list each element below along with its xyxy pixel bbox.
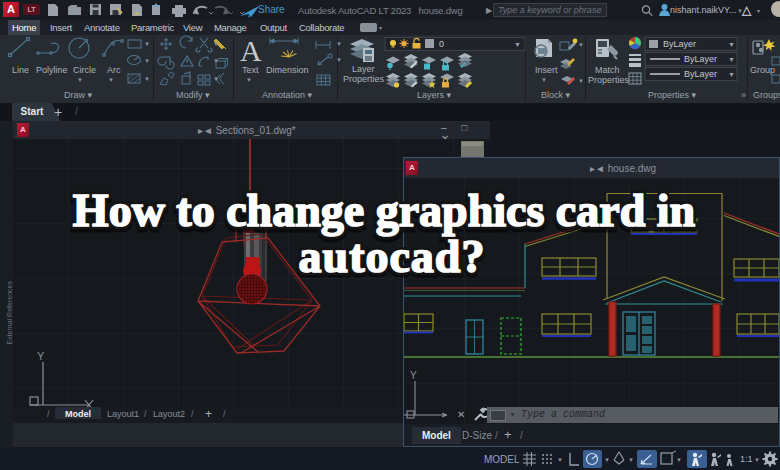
svg-text:▼: ▼ (728, 56, 735, 63)
svg-text:▼: ▼ (557, 457, 563, 463)
svg-text:▼: ▼ (213, 41, 219, 47)
svg-text:Text: Text (242, 65, 259, 75)
svg-text:MODEL: MODEL (484, 454, 520, 465)
svg-text:▼: ▼ (541, 77, 547, 83)
svg-text:Modify ▾: Modify ▾ (176, 90, 210, 100)
svg-text:autocad?: autocad? (299, 231, 486, 282)
svg-text:Arc: Arc (107, 65, 121, 75)
svg-text:▼: ▼ (213, 76, 219, 82)
svg-text:▼: ▼ (144, 41, 150, 47)
svg-text:Properties: Properties (343, 74, 385, 84)
svg-text:0: 0 (439, 39, 444, 49)
svg-text:▼: ▼ (108, 77, 114, 83)
svg-text:▼: ▼ (336, 41, 342, 47)
svg-text:▼: ▼ (246, 77, 252, 83)
svg-text:1:1: 1:1 (740, 454, 753, 464)
svg-text:▼: ▼ (628, 457, 634, 463)
svg-text:Layers ▾: Layers ▾ (417, 90, 452, 100)
svg-text:Insert: Insert (535, 65, 558, 75)
svg-text:▼: ▼ (144, 58, 150, 64)
svg-text:▼: ▼ (336, 57, 342, 63)
svg-text:Draw ▾: Draw ▾ (64, 90, 93, 100)
svg-text:ByLayer: ByLayer (684, 69, 717, 79)
svg-text:Polyline: Polyline (36, 65, 68, 75)
svg-text:▼: ▼ (578, 78, 584, 84)
svg-text:▼: ▼ (144, 76, 150, 82)
svg-text:Y: Y (37, 350, 45, 362)
svg-text:▼: ▼ (213, 58, 219, 64)
svg-text:Circle: Circle (73, 65, 96, 75)
svg-text:Groups: Groups (753, 90, 780, 100)
svg-text:▼: ▼ (578, 42, 584, 48)
svg-text:▼: ▼ (754, 457, 760, 463)
svg-text:Y: Y (410, 370, 417, 381)
svg-text:▼: ▼ (728, 41, 735, 48)
svg-text:Group: Group (750, 65, 775, 75)
svg-text:How to change graphics card in: How to change graphics card in (73, 185, 695, 236)
svg-text:Annotation ▾: Annotation ▾ (262, 90, 313, 100)
svg-text:▼: ▼ (728, 71, 735, 78)
svg-text:▼: ▼ (604, 457, 610, 463)
svg-text:Layer: Layer (352, 64, 375, 74)
svg-text:Block ▾: Block ▾ (541, 90, 571, 100)
svg-text:Dimension: Dimension (266, 65, 309, 75)
svg-text:Line: Line (12, 65, 29, 75)
svg-text:▼: ▼ (676, 457, 682, 463)
svg-text:ByLayer: ByLayer (663, 39, 696, 49)
svg-text:Match: Match (595, 65, 620, 75)
svg-text:ByLayer: ByLayer (684, 54, 717, 64)
svg-text:Properties ▾: Properties ▾ (648, 90, 697, 100)
svg-text:▼: ▼ (514, 41, 521, 48)
svg-text:A: A (240, 35, 262, 67)
svg-text:▼: ▼ (77, 77, 83, 83)
svg-text:Properties: Properties (588, 75, 630, 85)
svg-text:»: » (741, 90, 746, 100)
